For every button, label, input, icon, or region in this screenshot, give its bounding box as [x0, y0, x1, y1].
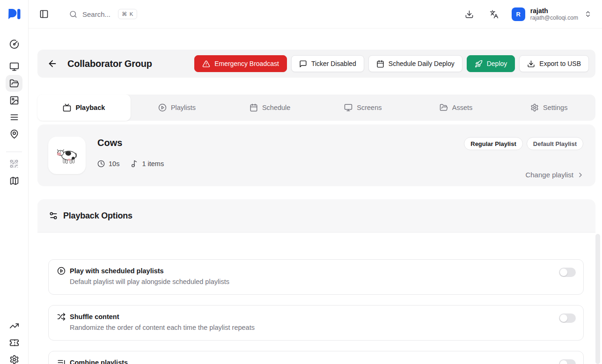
sidebar-toggle-button[interactable] [37, 7, 51, 22]
page-title: Collaborator Group [67, 58, 152, 69]
image-icon [9, 95, 19, 105]
regular-playlist-badge[interactable]: Regular Playlist [464, 137, 523, 150]
default-playlist-badge[interactable]: Default Playlist [527, 137, 583, 150]
topbar: Search... ⌘ K R rajath rajath@colloqi.co… [28, 0, 602, 29]
translate-icon [490, 10, 499, 19]
calendar-icon [250, 103, 258, 112]
menu-lines-icon [9, 112, 19, 122]
settings-icon [530, 103, 539, 112]
sidebar-item-analytics[interactable] [6, 317, 22, 334]
chevron-right-icon [577, 171, 584, 179]
gauge-icon [9, 39, 19, 49]
download-button[interactable] [462, 7, 477, 22]
tab-screens[interactable]: Screens [316, 95, 410, 121]
user-name: rajath [530, 7, 578, 15]
toggle-knob [560, 269, 567, 276]
folder-open-icon [440, 103, 448, 112]
sidebar-item-map[interactable] [6, 172, 22, 189]
calendar-icon [376, 60, 384, 68]
sidebar-item-dashboard[interactable] [6, 36, 22, 52]
account-menu[interactable]: R rajath rajath@colloqi.com [512, 7, 592, 21]
qr-code-icon [9, 159, 19, 168]
vertical-scrollbar[interactable] [595, 234, 600, 364]
message-square-icon [299, 60, 307, 68]
playback-options-header: Playback Options [37, 199, 595, 233]
alert-triangle-icon [202, 60, 210, 68]
ticket-icon [9, 338, 19, 348]
tab-assets[interactable]: Assets [410, 95, 503, 121]
settings-icon [9, 355, 19, 364]
export-to-usb-button[interactable]: Export to USB [519, 55, 589, 72]
music-note-icon [131, 160, 138, 167]
option-description: Default playlist will play alongside sch… [70, 278, 229, 285]
user-email: rajath@colloqi.com [530, 15, 578, 21]
toggle-knob [560, 360, 567, 364]
default-playlist-card: Cows 10s 1 items Regular Playlist Defaul… [37, 124, 595, 186]
schedule-daily-deploy-button[interactable]: Schedule Daily Deploy [368, 55, 463, 72]
download-icon [527, 60, 535, 68]
sidebar-item-qr[interactable] [6, 155, 22, 172]
option-row-shuffle: Shuffle content Randomize the order of c… [48, 305, 584, 341]
tab-schedule[interactable]: Schedule [223, 95, 316, 121]
sidebar-item-screens[interactable] [6, 58, 22, 75]
ticker-disabled-button[interactable]: Ticker Disabled [291, 55, 364, 72]
combine-playlists-toggle[interactable] [559, 359, 576, 364]
trending-up-icon [9, 321, 19, 331]
search-icon [69, 10, 77, 18]
play-circle-icon [57, 267, 66, 275]
option-title: Shuffle content [70, 313, 119, 320]
rocket-icon [475, 60, 483, 68]
emergency-broadcast-button[interactable]: Emergency Broadcast [194, 55, 287, 72]
toggle-knob [560, 314, 567, 322]
tab-playlists[interactable]: Playlists [131, 95, 224, 121]
tab-bar: Playback Playlists Schedule Screens Asse… [37, 95, 595, 121]
sidebar-divider [6, 152, 22, 152]
monitor-icon [344, 103, 352, 112]
sliders-icon [49, 211, 58, 220]
search-placeholder: Search... [82, 10, 110, 18]
sidebar-item-assets[interactable] [6, 92, 22, 109]
arrow-left-icon [47, 58, 58, 69]
play-with-scheduled-toggle[interactable] [559, 268, 576, 277]
play-circle-icon [158, 103, 167, 112]
avatar: R [512, 7, 525, 21]
sidebar-item-groups[interactable] [6, 75, 22, 92]
clock-icon [97, 160, 105, 167]
panel-left-icon [39, 9, 49, 19]
page-header: Collaborator Group Emergency Broadcast T… [37, 50, 595, 78]
option-title: Combine playlists [70, 359, 128, 364]
folder-open-icon [9, 79, 19, 88]
list-end-icon [57, 358, 66, 364]
playback-options-panel: Playback Options Play with scheduled pla… [37, 199, 595, 364]
playlist-item-count: 1 items [131, 160, 164, 167]
option-row-play-with-scheduled: Play with scheduled playlists Default pl… [48, 259, 584, 295]
tv-icon [63, 103, 71, 112]
option-title: Play with scheduled playlists [70, 267, 164, 275]
shuffle-content-toggle[interactable] [559, 313, 576, 323]
shuffle-icon [57, 313, 66, 321]
back-button[interactable] [44, 55, 61, 72]
tab-settings[interactable]: Settings [502, 95, 595, 121]
option-row-combine: Combine playlists [48, 351, 584, 364]
sidebar-item-locations[interactable] [6, 125, 22, 142]
deploy-button[interactable]: Deploy [467, 55, 515, 72]
sidebar [0, 0, 29, 364]
sidebar-item-license[interactable] [6, 334, 22, 351]
section-title: Playback Options [63, 211, 132, 221]
playlist-title: Cows [97, 138, 122, 148]
sidebar-item-playlists[interactable] [6, 109, 22, 125]
app-logo[interactable] [7, 9, 21, 19]
tab-playback[interactable]: Playback [37, 95, 131, 121]
sidebar-item-settings[interactable] [6, 351, 22, 364]
cow-image [56, 147, 78, 164]
playlist-thumbnail [48, 137, 86, 174]
download-icon [465, 10, 474, 19]
playlist-meta: 10s 1 items [97, 160, 164, 167]
language-button[interactable] [487, 7, 502, 22]
map-icon [9, 176, 19, 186]
map-pin-icon [9, 129, 19, 139]
change-playlist-link[interactable]: Change playlist [525, 171, 584, 179]
option-description: Randomize the order of content each time… [70, 324, 255, 331]
search-input[interactable]: Search... ⌘ K [69, 9, 137, 19]
playlist-duration: 10s [97, 160, 119, 167]
